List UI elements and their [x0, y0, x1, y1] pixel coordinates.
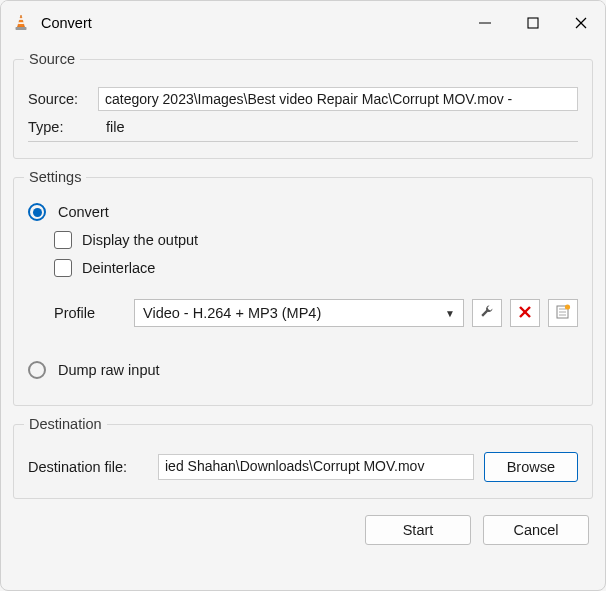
source-group: Source Source: - category 2023\Images\Be… — [13, 51, 593, 159]
window-title: Convert — [41, 15, 92, 31]
type-label: Type: — [28, 119, 98, 135]
cancel-button-label: Cancel — [513, 522, 558, 538]
profile-selected-value: Video - H.264 + MP3 (MP4) — [143, 305, 321, 321]
dump-radio-row[interactable]: Dump raw input — [28, 361, 578, 379]
svg-marker-0 — [18, 15, 25, 27]
dump-radio[interactable] — [28, 361, 46, 379]
browse-button-label: Browse — [507, 459, 555, 475]
source-label: Source: — [28, 91, 98, 107]
deinterlace-label: Deinterlace — [82, 260, 155, 276]
svg-point-14 — [565, 304, 570, 309]
svg-rect-1 — [19, 18, 23, 20]
vlc-icon — [11, 13, 31, 33]
destination-legend: Destination — [24, 416, 107, 432]
convert-radio-row[interactable]: Convert — [28, 203, 578, 221]
edit-profile-button[interactable] — [472, 299, 502, 327]
start-button-label: Start — [403, 522, 434, 538]
titlebar: Convert — [1, 1, 605, 45]
content-area: Source Source: - category 2023\Images\Be… — [1, 45, 605, 557]
destination-value-field[interactable]: ied Shahan\Downloads\Corrupt MOV.mov — [158, 454, 474, 480]
deinterlace-checkbox[interactable] — [54, 259, 72, 277]
deinterlace-row[interactable]: Deinterlace — [54, 259, 578, 277]
display-output-label: Display the output — [82, 232, 198, 248]
close-button[interactable] — [557, 1, 605, 45]
dump-radio-label: Dump raw input — [58, 362, 160, 378]
source-legend: Source — [24, 51, 80, 67]
start-button[interactable]: Start — [365, 515, 471, 545]
browse-button[interactable]: Browse — [484, 452, 578, 482]
maximize-button[interactable] — [509, 1, 557, 45]
new-profile-icon — [555, 304, 571, 323]
settings-legend: Settings — [24, 169, 86, 185]
delete-profile-button[interactable] — [510, 299, 540, 327]
display-output-checkbox[interactable] — [54, 231, 72, 249]
svg-rect-5 — [528, 18, 538, 28]
convert-radio[interactable] — [28, 203, 46, 221]
new-profile-button[interactable] — [548, 299, 578, 327]
footer: Start Cancel — [13, 509, 593, 545]
source-value-field: - category 2023\Images\Best video Repair… — [98, 87, 578, 111]
minimize-button[interactable] — [461, 1, 509, 45]
cancel-button[interactable]: Cancel — [483, 515, 589, 545]
chevron-down-icon: ▼ — [445, 308, 455, 319]
profile-label: Profile — [54, 305, 126, 321]
convert-radio-label: Convert — [58, 204, 109, 220]
profile-combobox[interactable]: Video - H.264 + MP3 (MP4) ▼ — [134, 299, 464, 327]
wrench-icon — [479, 304, 495, 323]
delete-x-icon — [518, 305, 532, 322]
type-value: file — [98, 119, 125, 135]
destination-group: Destination Destination file: ied Shahan… — [13, 416, 593, 499]
settings-group: Settings Convert Display the output Dein… — [13, 169, 593, 406]
svg-rect-2 — [18, 22, 24, 24]
display-output-row[interactable]: Display the output — [54, 231, 578, 249]
svg-rect-3 — [16, 27, 27, 30]
destination-label: Destination file: — [28, 459, 148, 475]
